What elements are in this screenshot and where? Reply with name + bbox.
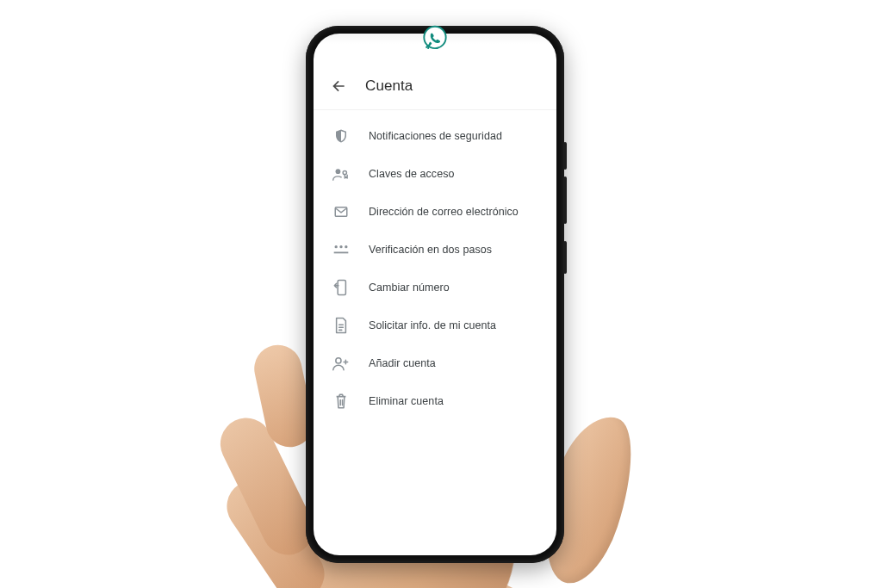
pin-dots-icon <box>332 241 350 258</box>
person-add-icon <box>332 355 350 372</box>
divider <box>314 109 556 110</box>
trash-icon <box>332 393 350 410</box>
menu-item-email[interactable]: Dirección de correo electrónico <box>314 193 556 231</box>
menu-item-add-account[interactable]: Añadir cuenta <box>314 344 556 382</box>
svg-point-2 <box>343 170 346 174</box>
file-request-icon <box>332 317 350 334</box>
menu-item-request-info[interactable]: Solicitar info. de mi cuenta <box>314 306 556 344</box>
svg-point-1 <box>336 169 341 174</box>
menu-item-two-step[interactable]: Verificación en dos pasos <box>314 231 556 269</box>
svg-point-5 <box>339 245 342 248</box>
svg-point-4 <box>335 245 338 248</box>
menu-item-security-notifications[interactable]: Notificaciones de seguridad <box>314 117 556 155</box>
menu-item-change-number[interactable]: Cambiar número <box>314 269 556 306</box>
menu-item-delete-account[interactable]: Eliminar cuenta <box>314 382 556 420</box>
shield-icon <box>332 127 350 145</box>
menu-item-label: Notificaciones de seguridad <box>369 130 502 142</box>
menu-item-label: Solicitar info. de mi cuenta <box>369 319 496 331</box>
svg-point-9 <box>336 358 341 363</box>
whatsapp-logo-icon <box>417 21 453 57</box>
menu-item-label: Añadir cuenta <box>369 357 436 369</box>
mail-icon <box>332 203 350 220</box>
menu-item-label: Cambiar número <box>369 282 450 294</box>
menu-item-label: Claves de acceso <box>369 168 454 180</box>
phone-screen: Cuenta Notificaciones de seguridad Clave… <box>314 34 556 555</box>
page-title: Cuenta <box>365 77 413 95</box>
menu-item-label: Verificación en dos pasos <box>369 244 492 256</box>
back-button[interactable] <box>329 77 348 96</box>
phone-transfer-icon <box>332 279 350 296</box>
phone-device: Cuenta Notificaciones de seguridad Clave… <box>306 26 564 563</box>
svg-rect-7 <box>334 252 349 254</box>
svg-point-0 <box>424 27 445 48</box>
menu-item-label: Eliminar cuenta <box>369 395 444 407</box>
svg-rect-8 <box>338 281 345 295</box>
account-menu: Notificaciones de seguridad Claves de ac… <box>314 115 556 420</box>
menu-item-passkeys[interactable]: Claves de acceso <box>314 155 556 193</box>
stage: Cuenta Notificaciones de seguridad Clave… <box>0 0 882 588</box>
menu-item-label: Dirección de correo electrónico <box>369 206 519 218</box>
key-person-icon <box>332 165 350 183</box>
svg-point-6 <box>345 245 347 248</box>
arrow-left-icon <box>330 77 347 95</box>
